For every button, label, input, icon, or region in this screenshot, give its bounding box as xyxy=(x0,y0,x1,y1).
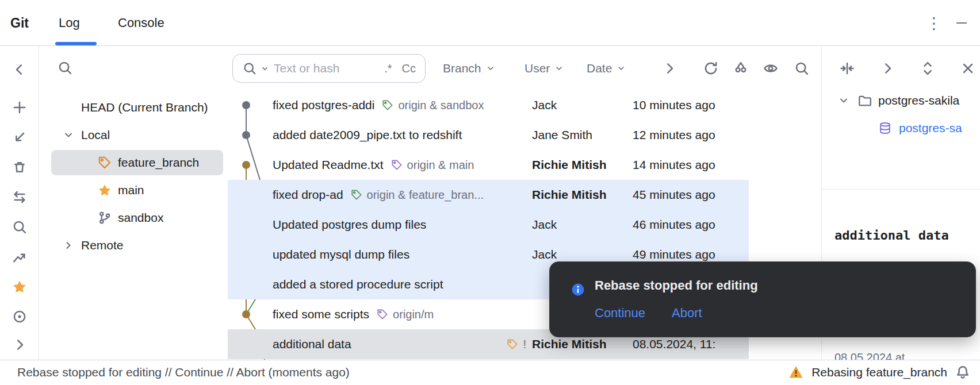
data-source-label: postgres-sa xyxy=(899,121,962,135)
arrow-down-left-icon[interactable] xyxy=(12,129,28,145)
commit-message: added a stored procedure script xyxy=(273,278,443,291)
branch-head-row[interactable]: HEAD (Current Branch) xyxy=(40,94,228,121)
refresh-icon[interactable] xyxy=(703,60,719,76)
chevron-right-icon[interactable] xyxy=(879,60,895,76)
commit-author: Jack xyxy=(532,218,633,232)
rebase-notification: Rebase stopped for editing Continue Abor… xyxy=(549,261,976,337)
branch-label: main xyxy=(118,183,144,197)
progress-label: Rebasing feature_branch xyxy=(811,365,947,379)
more-filters-chevron-icon[interactable] xyxy=(661,60,677,76)
commit-date: 10 minutes ago xyxy=(633,98,749,112)
changed-file-row[interactable]: postgres-sa xyxy=(822,114,980,142)
branch-group-local[interactable]: Local xyxy=(40,121,228,149)
folder-icon xyxy=(858,93,872,108)
continue-link[interactable]: Continue xyxy=(595,306,645,321)
status-progress[interactable]: Rebasing feature_branch xyxy=(788,360,971,384)
tag-label: origin/m xyxy=(393,308,434,321)
head-label: HEAD (Current Branch) xyxy=(81,101,208,114)
swap-arrows-icon[interactable] xyxy=(12,189,28,205)
commit-author: Jack xyxy=(532,248,633,261)
active-tab-underline xyxy=(55,42,97,45)
cherry-pick-icon[interactable] xyxy=(733,60,749,76)
branch-item-main[interactable]: main xyxy=(40,176,228,204)
commit-row[interactable]: Updated Readme.txt origin & main Richie … xyxy=(228,150,749,180)
chevron-right-icon[interactable] xyxy=(63,240,74,251)
filter-date[interactable]: Date xyxy=(587,47,626,90)
commit-row[interactable]: fixed postgres-addi origin & sandbox Jac… xyxy=(228,90,749,120)
branch-group-remote[interactable]: Remote xyxy=(40,232,228,259)
commit-tag: origin/m xyxy=(376,308,434,321)
expand-all-icon[interactable] xyxy=(920,60,936,76)
commit-author: Richie Mitish xyxy=(532,188,633,202)
close-icon[interactable] xyxy=(960,60,976,76)
commit-tag: origin & feature_bran... xyxy=(350,188,484,202)
match-case-toggle[interactable]: Cc xyxy=(402,62,416,75)
filter-user[interactable]: User xyxy=(525,47,564,90)
branch-item-feature-branch[interactable]: feature_branch xyxy=(40,149,228,176)
commit-date: 08.05.2024, 11: xyxy=(633,337,749,351)
target-icon[interactable] xyxy=(12,309,28,325)
minimize-button[interactable] xyxy=(949,0,974,46)
commit-row[interactable]: Updated postgres dump files Jack 46 minu… xyxy=(228,210,749,240)
tag-icon xyxy=(381,99,394,111)
chevron-down-icon[interactable] xyxy=(838,95,849,106)
tab-log[interactable]: Log xyxy=(59,0,80,46)
branches-panel: HEAD (Current Branch) Local feature_bran… xyxy=(40,47,228,360)
delete-icon[interactable] xyxy=(12,159,28,175)
filter-branch[interactable]: Branch xyxy=(443,47,495,90)
branch-label: sandbox xyxy=(118,211,163,225)
chart-icon[interactable] xyxy=(12,249,28,265)
branch-search-icon[interactable] xyxy=(57,60,73,76)
commit-message: fixed postgres-addi xyxy=(273,98,374,112)
commit-message: fixed drop-ad xyxy=(273,188,343,202)
changed-files-root-row[interactable]: postgres-sakila xyxy=(822,87,980,114)
notification-actions: Continue Abort xyxy=(595,306,702,321)
tag-icon xyxy=(97,155,112,170)
commit-row[interactable]: fixed drop-ad origin & feature_bran... R… xyxy=(228,180,749,210)
local-group-label: Local xyxy=(81,128,110,142)
commit-message: added date2009_pipe.txt to redshift xyxy=(273,128,462,142)
tool-window-title: Git xyxy=(10,0,29,46)
tag-label: origin & feature_bran... xyxy=(367,188,484,202)
log-search-box[interactable]: .* Cc xyxy=(232,54,426,83)
search-history-chevron-icon[interactable] xyxy=(261,65,269,72)
tag-icon xyxy=(391,159,403,171)
commit-date: 49 minutes ago xyxy=(633,248,749,261)
tab-console[interactable]: Console xyxy=(118,0,164,46)
add-icon[interactable] xyxy=(12,99,28,116)
branch-item-sandbox[interactable]: sandbox xyxy=(40,204,228,232)
tool-window-header: Git Log Console ⋮ xyxy=(0,0,980,46)
eye-icon[interactable] xyxy=(763,60,779,76)
compare-icon[interactable] xyxy=(839,60,855,76)
commit-row[interactable]: added date2009_pipe.txt to redshift Jane… xyxy=(228,120,749,150)
tag-label: origin & sandbox xyxy=(398,99,484,112)
git-tool-window: Git Log Console ⋮ HEAD (Current Branch) xyxy=(0,0,980,385)
commit-message: Updated postgres dump files xyxy=(273,218,426,232)
info-icon xyxy=(571,282,585,297)
branch-label: feature_branch xyxy=(118,156,199,170)
commit-tag: origin & main xyxy=(391,159,474,172)
commit-author: Jane Smith xyxy=(532,128,633,142)
commit-tag: origin & sandbox xyxy=(381,99,484,112)
chevron-down-icon[interactable] xyxy=(63,129,74,141)
database-icon xyxy=(878,121,892,135)
search-icon[interactable] xyxy=(12,219,28,235)
zoom-icon[interactable] xyxy=(794,60,810,76)
tag-icon xyxy=(506,338,519,351)
hide-panel-icon[interactable] xyxy=(12,61,28,78)
warning-icon xyxy=(788,364,804,380)
abort-link[interactable]: Abort xyxy=(672,306,702,321)
search-input[interactable] xyxy=(273,61,374,76)
bell-icon[interactable] xyxy=(955,364,971,380)
commit-date: 45 minutes ago xyxy=(633,188,749,202)
regex-toggle[interactable]: .* xyxy=(384,62,392,75)
more-options-icon[interactable]: ⋮ xyxy=(922,0,945,46)
favorites-star-icon[interactable] xyxy=(12,279,28,295)
tag-icon xyxy=(350,188,363,201)
notification-title: Rebase stopped for editing xyxy=(595,278,758,293)
commit-message-detail: additional data xyxy=(834,228,949,242)
search-icon xyxy=(242,61,257,76)
tag-label: ! xyxy=(523,338,526,351)
more-chevron-icon[interactable] xyxy=(12,337,28,353)
commit-date: 46 minutes ago xyxy=(633,218,749,232)
